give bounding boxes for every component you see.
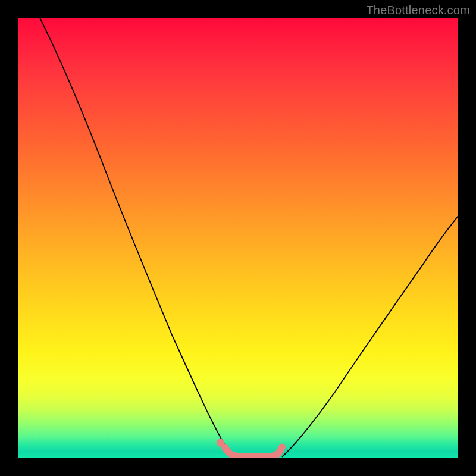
marker-dot bbox=[217, 439, 224, 446]
optimal-band-marker bbox=[225, 447, 282, 457]
chart-svg bbox=[18, 18, 458, 458]
watermark-text: TheBottleneck.com bbox=[366, 4, 470, 17]
chart-frame: TheBottleneck.com bbox=[0, 0, 476, 476]
right-curve bbox=[282, 216, 458, 457]
plot-area bbox=[18, 18, 458, 458]
left-curve bbox=[40, 18, 234, 457]
